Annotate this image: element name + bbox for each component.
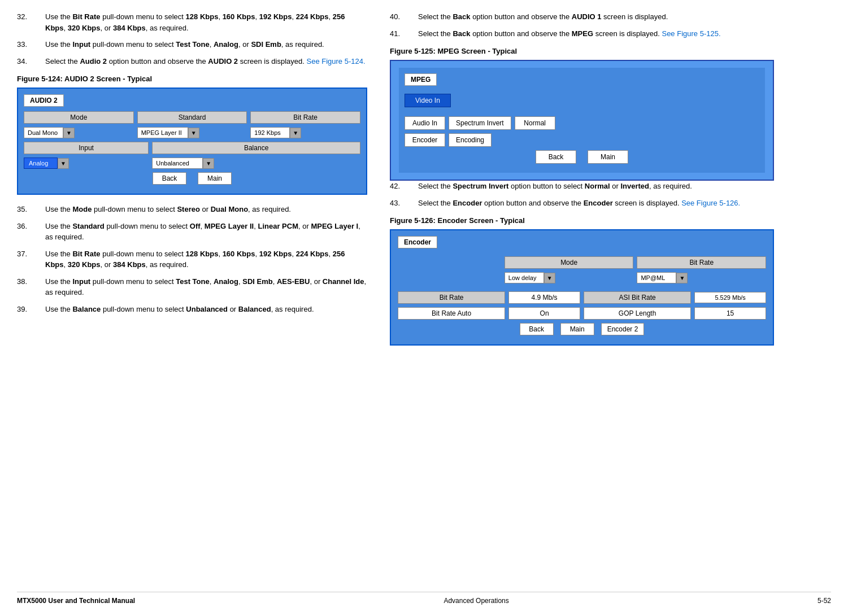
step-36: 36. Use the Standard pull-down menu to s… xyxy=(17,221,367,243)
normal-button[interactable]: Normal xyxy=(515,116,555,130)
mpeg-main-button[interactable]: Main xyxy=(588,150,628,164)
enc-bitrate-auto-label: Bit Rate Auto xyxy=(398,307,505,320)
step-32: 32. Use the Bit Rate pull-down menu to s… xyxy=(17,11,367,33)
audio2-dropdowns-row: Dual Mono ▼ MPEG Layer II ▼ 192 Kbps ▼ xyxy=(24,127,360,138)
balance-value: Unbalanced xyxy=(152,158,203,169)
step-35: 35. Use the Mode pull-down menu to selec… xyxy=(17,204,367,215)
step-40: 40. Select the Back option button and ob… xyxy=(390,11,774,23)
bitrate-label: Bit Rate xyxy=(250,111,360,124)
encoder-back-button[interactable]: Back xyxy=(520,323,554,335)
audio2-panel: AUDIO 2 Mode Standard Bit Rate xyxy=(17,88,367,195)
mpeg-panel: MPEG Video In Audio In Spectrum Invert N… xyxy=(390,60,774,181)
step-text-35: Use the Mode pull-down menu to select St… xyxy=(45,204,291,215)
enc-on-label: On xyxy=(508,307,580,320)
step-num-35: 35. xyxy=(17,204,45,215)
fig125-link[interactable]: See Figure 5-125. xyxy=(662,29,720,38)
encoding-button[interactable]: Encoding xyxy=(449,133,492,147)
balance-label: Balance xyxy=(152,142,360,154)
enc-mode-value: Low delay xyxy=(505,272,544,283)
mpeg-inner: MPEG Video In Audio In Spectrum Invert N… xyxy=(399,68,765,173)
footer-right: 5-52 xyxy=(817,597,831,605)
bitrate-value: 192 Kbps xyxy=(250,127,290,138)
footer: MTX5000 User and Technical Manual Advanc… xyxy=(17,592,831,605)
step-text-39: Use the Balance pull-down menu to select… xyxy=(45,304,314,315)
encoder2-button[interactable]: Encoder 2 xyxy=(601,323,645,335)
step-num-34: 34. xyxy=(17,56,45,67)
enc-bitrate-arrow[interactable]: ▼ xyxy=(676,273,688,283)
enc-bitrate-row-label: Bit Rate xyxy=(398,291,505,304)
enc-mode-label: Mode xyxy=(505,256,634,269)
mpeg-audio-spectrum-row: Audio In Spectrum Invert Normal xyxy=(405,116,759,130)
footer-center: Advanced Operations xyxy=(135,597,817,605)
encoder-title: Encoder xyxy=(398,236,437,248)
bitrate-dropdown-arrow[interactable]: ▼ xyxy=(290,128,301,138)
step-text-37: Use the Bit Rate pull-down menu to selec… xyxy=(45,248,367,270)
mpeg-back-button[interactable]: Back xyxy=(536,150,576,164)
enc-asi-bitrate-val: 5.529 Mb/s xyxy=(694,292,766,303)
audio-in-button[interactable]: Audio In xyxy=(405,116,445,130)
step-num-33: 33. xyxy=(17,39,45,50)
step-text-32: Use the Bit Rate pull-down menu to selec… xyxy=(45,11,367,33)
step-33: 33. Use the Input pull-down menu to sele… xyxy=(17,39,367,50)
encoder-actions-row: Back Main Encoder 2 xyxy=(398,323,766,335)
step-43: 43. Select the Encoder option button and… xyxy=(390,198,774,209)
figure-124-label: Figure 5-124: AUDIO 2 Screen - Typical xyxy=(17,75,367,83)
step-text-33: Use the Input pull-down menu to select T… xyxy=(45,39,324,50)
step-num-38: 38. xyxy=(17,276,45,298)
standard-value: MPEG Layer II xyxy=(137,127,188,138)
step-text-36: Use the Standard pull-down menu to selec… xyxy=(45,221,367,243)
enc-mode-arrow[interactable]: ▼ xyxy=(544,273,555,283)
step-39: 39. Use the Balance pull-down menu to se… xyxy=(17,304,367,315)
step-42: 42. Select the Spectrum Invert option bu… xyxy=(390,181,774,192)
standard-dropdown-arrow[interactable]: ▼ xyxy=(188,128,199,138)
enc-bitrate-row-val: 4.9 Mb/s xyxy=(508,291,580,304)
step-num-43: 43. xyxy=(390,198,418,209)
input-dropdown-arrow[interactable]: ▼ xyxy=(58,158,69,169)
balance-dropdown-arrow[interactable]: ▼ xyxy=(203,158,214,169)
mode-dropdown-arrow[interactable]: ▼ xyxy=(63,128,75,138)
enc-gop-label: GOP Length xyxy=(584,307,691,320)
enc-gop-val: 15 xyxy=(694,307,766,320)
mode-label: Mode xyxy=(24,111,134,124)
mode-value: Dual Mono xyxy=(24,127,63,138)
step-41: 41. Select the Back option button and ob… xyxy=(390,28,774,40)
mpeg-back-main-row: Back Main xyxy=(405,150,759,164)
step-text-42: Select the Spectrum Invert option button… xyxy=(418,181,692,192)
spectrum-invert-button[interactable]: Spectrum Invert xyxy=(449,116,511,130)
step-text-34: Select the Audio 2 option button and obs… xyxy=(45,56,366,67)
footer-left: MTX5000 User and Technical Manual xyxy=(17,597,135,605)
encoder-main-button[interactable]: Main xyxy=(560,323,594,335)
encoder-panel: Encoder Mode Bit Rate xyxy=(390,229,774,346)
enc-asi-bitrate-label: ASI Bit Rate xyxy=(584,291,691,304)
encoder-top-values: Low delay ▼ MP@ML ▼ xyxy=(398,272,766,283)
step-num-39: 39. xyxy=(17,304,45,315)
fig124-link[interactable]: See Figure 5-124. xyxy=(307,57,366,65)
video-in-button[interactable]: Video In xyxy=(405,94,451,107)
audio2-input-balance-labels: Input Balance xyxy=(24,142,360,154)
step-num-40: 40. xyxy=(390,11,418,23)
audio2-main-button[interactable]: Main xyxy=(198,172,232,185)
step-num-32: 32. xyxy=(17,11,45,33)
step-num-37: 37. xyxy=(17,248,45,270)
step-text-41: Select the Back option button and observ… xyxy=(418,28,721,40)
step-num-42: 42. xyxy=(390,181,418,192)
step-37: 37. Use the Bit Rate pull-down menu to s… xyxy=(17,248,367,270)
encoder-top-labels: Mode Bit Rate xyxy=(398,256,766,269)
step-34: 34. Select the Audio 2 option button and… xyxy=(17,56,367,67)
step-text-43: Select the Encoder option button and obs… xyxy=(418,198,740,209)
audio2-back-button[interactable]: Back xyxy=(153,172,186,185)
audio2-labels-row: Mode Standard Bit Rate xyxy=(24,111,360,124)
figure-125-label: Figure 5-125: MPEG Screen - Typical xyxy=(390,47,774,55)
encoder-bitrate-row: Bit Rate 4.9 Mb/s ASI Bit Rate 5.529 Mb/… xyxy=(398,291,766,304)
step-text-40: Select the Back option button and observ… xyxy=(418,11,668,23)
audio2-input-balance-values: Analog ▼ Unbalanced ▼ xyxy=(24,158,360,169)
enc-bitrate-label: Bit Rate xyxy=(637,256,766,269)
audio2-title: AUDIO 2 xyxy=(24,94,64,107)
fig126-link[interactable]: See Figure 5-126. xyxy=(681,199,740,207)
step-num-36: 36. xyxy=(17,221,45,243)
figure-126-label: Figure 5-126: Encoder Screen - Typical xyxy=(390,216,774,225)
standard-label: Standard xyxy=(137,111,247,124)
encoder-button[interactable]: Encoder xyxy=(405,133,445,147)
audio2-actions-row: Back Main xyxy=(24,172,360,185)
encoder-auto-gop-row: Bit Rate Auto On GOP Length 15 xyxy=(398,307,766,320)
